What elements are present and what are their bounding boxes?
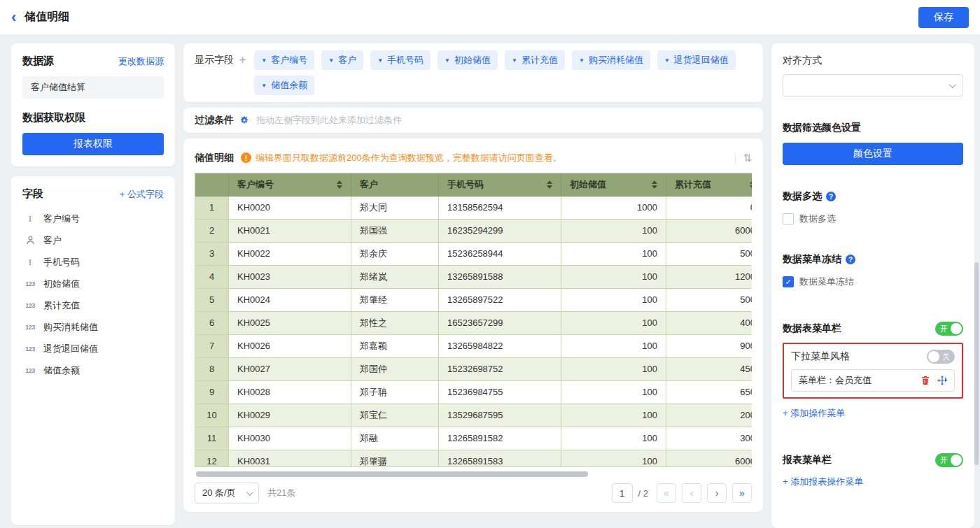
move-icon[interactable] [937, 376, 947, 385]
change-datasource-link[interactable]: 更改数据源 [118, 55, 164, 68]
row-number: 2 [195, 220, 229, 243]
sort-icon[interactable] [652, 180, 657, 189]
help-icon[interactable]: ? [826, 192, 836, 201]
report-permission-button[interactable]: 报表权限 [22, 133, 164, 155]
row-number: 11 [195, 427, 229, 450]
table-row[interactable]: 6KH0025郑性之16523657299100400 [195, 312, 752, 335]
filter-placeholder[interactable]: 拖动左侧字段到此处来添加过滤条件 [256, 114, 402, 127]
multi-select-label: 数据多选 [799, 213, 836, 225]
display-field-chip[interactable]: ▼储值余额 [254, 76, 314, 95]
field-item[interactable]: 123储值余额 [22, 359, 164, 381]
last-page-button[interactable]: » [732, 483, 752, 503]
table-card: 储值明细 ! 编辑界面只取数据源前200条作为查询数据预览，完整数据请访问页面查… [183, 138, 763, 512]
top-bar: ‹ 储值明细 保存 [0, 0, 980, 35]
color-settings-button[interactable]: 颜色设置 [783, 143, 963, 165]
next-page-button[interactable]: › [707, 483, 727, 503]
field-item[interactable]: 123初始储值 [22, 273, 164, 294]
chevron-down-icon: ▼ [377, 57, 383, 64]
display-field-chip[interactable]: ▼购买消耗储值 [572, 50, 650, 70]
back-icon[interactable]: ‹ [11, 10, 16, 25]
table-row[interactable]: 5KH0024郑肇经13265897522100500 [195, 289, 752, 312]
first-page-button[interactable]: « [657, 483, 676, 503]
menu-item-row[interactable]: 菜单栏：会员充值 [791, 369, 955, 392]
field-label: 初始储值 [43, 278, 80, 290]
filter-color-title: 数据筛选颜色设置 [783, 122, 963, 134]
table-cell: 200 [666, 404, 752, 427]
table-cell: KH0028 [229, 381, 351, 404]
field-item[interactable]: 123退货退回储值 [22, 338, 164, 359]
table-row[interactable]: 1KH0020郑大同1315856259410000 [195, 197, 752, 220]
field-label: 手机号码 [43, 256, 80, 269]
delete-icon[interactable] [920, 376, 930, 385]
sort-icon[interactable] [337, 180, 342, 189]
field-item[interactable]: 123累计充值 [22, 294, 164, 316]
column-header[interactable]: 客户编号 [229, 173, 351, 197]
table-row[interactable]: 10KH0029郑宝仁13529687595100200 [195, 404, 752, 427]
add-menu-link[interactable]: + 添加操作菜单 [783, 407, 845, 420]
field-label: 客户 [43, 234, 62, 247]
sort-icon[interactable] [750, 180, 752, 189]
help-icon[interactable]: ? [846, 255, 855, 264]
column-header[interactable]: 手机号码 [439, 173, 561, 197]
filter-card: 过滤条件 拖动左侧字段到此处来添加过滤条件 [183, 108, 763, 133]
field-item[interactable]: I客户编号 [22, 208, 164, 229]
chevron-down-icon: ▼ [579, 57, 584, 64]
table-cell: 郑肇骣 [351, 450, 439, 467]
report-menu-toggle[interactable]: 开 [935, 453, 963, 467]
table-row[interactable]: 9KH0028郑子聃15236984755100650 [195, 381, 752, 404]
field-label: 退货退回储值 [43, 343, 98, 355]
add-report-menu-link[interactable]: + 添加报表操作菜单 [783, 476, 863, 488]
save-button[interactable]: 保存 [918, 7, 969, 28]
column-label: 累计充值 [675, 178, 711, 191]
row-number: 7 [195, 335, 229, 358]
column-header[interactable]: 累计充值 [666, 173, 752, 197]
toggle-knob [951, 455, 962, 466]
table-row[interactable]: 11KH0030郑融13265891582100300 [195, 427, 752, 450]
table-row[interactable]: 3KH0022郑余庆15236258944100500 [195, 243, 752, 266]
sort-icon[interactable] [547, 180, 552, 189]
table-cell: 450 [666, 358, 752, 381]
display-field-chip[interactable]: ▼客户编号 [254, 50, 314, 70]
row-number: 1 [195, 197, 229, 220]
menu-freeze-checkbox[interactable]: ✓ [783, 276, 794, 287]
field-item[interactable]: 客户 [22, 229, 164, 251]
table-row[interactable]: 7KH0026郑嘉颖13265984822100900 [195, 335, 752, 358]
gear-icon[interactable] [239, 115, 249, 125]
field-item[interactable]: I手机号码 [22, 251, 164, 273]
table-cell: 13529687595 [439, 404, 561, 427]
warning-text: 编辑界面只取数据源前200条作为查询数据预览，完整数据请访问页面查看。 [255, 152, 562, 164]
page-scrollbar[interactable] [974, 262, 979, 465]
display-field-chip[interactable]: ▼退货退回储值 [657, 50, 736, 70]
field-list: I客户编号客户I手机号码123初始储值123累计充值123购买消耗储值123退货… [22, 208, 164, 381]
datasource-name[interactable]: 客户储值结算 [22, 76, 164, 99]
align-select[interactable] [783, 74, 963, 97]
table-row[interactable]: 12KH0031郑肇骣132658915831006000 [195, 450, 752, 467]
menu-freeze-checkbox-row[interactable]: ✓ 数据菜单冻结 [783, 276, 963, 288]
horizontal-scrollbar[interactable] [196, 471, 588, 477]
field-item[interactable]: 123购买消耗储值 [22, 316, 164, 338]
table-row[interactable]: 8KH0027郑国仲15232698752100450 [195, 358, 752, 381]
toggle-knob [951, 323, 962, 334]
table-row[interactable]: 2KH0021郑国强162352942991006000 [195, 220, 752, 243]
table-row[interactable]: 4KH0023郑绪岚132658915881001200 [195, 266, 752, 289]
prev-page-button[interactable]: ‹ [682, 483, 701, 503]
display-field-chip[interactable]: ▼累计充值 [505, 50, 565, 70]
sort-order-icon[interactable]: ⇅ [743, 152, 752, 164]
column-header[interactable]: 客户 [351, 173, 439, 197]
multi-select-checkbox[interactable] [783, 213, 794, 224]
number-field-icon: 123 [22, 280, 38, 287]
page-size-select[interactable]: 20 条/页 [195, 483, 259, 504]
dropdown-style-toggle[interactable]: 关 [927, 350, 955, 364]
formula-field-link[interactable]: + 公式字段 [120, 188, 164, 201]
number-field-icon: 123 [22, 345, 38, 352]
add-display-field-button[interactable]: + [239, 55, 246, 66]
display-field-chip[interactable]: ▼手机号码 [370, 50, 430, 70]
display-field-chip[interactable]: ▼客户 [321, 50, 363, 70]
display-field-chip[interactable]: ▼初始储值 [438, 50, 498, 70]
page-number-input[interactable]: 1 [612, 483, 633, 503]
table-cell: 15236258944 [439, 243, 561, 266]
multi-select-checkbox-row[interactable]: 数据多选 [783, 213, 963, 225]
chevron-down-icon [246, 489, 253, 496]
table-menu-toggle[interactable]: 开 [935, 322, 963, 336]
column-header[interactable]: 初始储值 [561, 173, 666, 197]
